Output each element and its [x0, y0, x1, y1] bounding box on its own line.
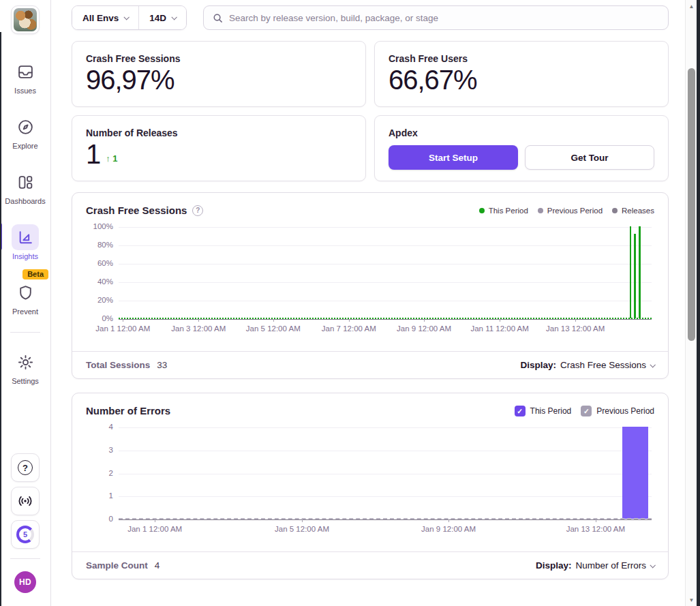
sidebar-divider	[10, 558, 40, 559]
number-of-releases-card: Number of Releases 1 ↑ 1	[72, 115, 366, 181]
search-icon	[213, 13, 223, 23]
total-sessions-label: Total Sessions	[86, 360, 150, 370]
window-right-edge	[697, 0, 700, 606]
sidebar-divider	[10, 332, 40, 333]
sidebar-nav: Issues Explore	[0, 55, 50, 400]
display-value: Number of Errors	[575, 560, 646, 571]
help-icon: ?	[18, 460, 33, 475]
onboarding-progress-button[interactable]: 5	[11, 520, 40, 549]
environment-filter-button[interactable]: All Envs	[72, 6, 138, 29]
search-input[interactable]	[229, 13, 659, 23]
window-left-edge	[0, 32, 1, 606]
scroll-up-arrow[interactable]: ▲	[686, 1, 697, 11]
dashboards-icon	[12, 169, 39, 195]
filter-group: All Envs 14D	[72, 5, 187, 30]
app-window: Issues Explore	[0, 0, 700, 606]
card-value: 96,97%	[86, 65, 352, 95]
display-value: Crash Free Sessions	[560, 360, 646, 370]
total-sessions-value: 33	[157, 360, 167, 370]
display-label: Display:	[520, 360, 556, 370]
sidebar-item-prevent[interactable]: Beta Prevent	[0, 275, 50, 320]
legend-dot	[538, 208, 543, 213]
legend-dot	[479, 208, 485, 213]
chevron-down-icon	[124, 14, 130, 20]
number-of-errors-chart: 43210 Jan 1 12:00 AMJan 5 12:00 AMJan 9 …	[86, 427, 654, 542]
sidebar-item-label: Prevent	[12, 307, 38, 316]
stat-cards-row-2: Number of Releases 1 ↑ 1 Apdex Start Set…	[72, 115, 669, 181]
date-range-label: 14D	[149, 13, 166, 23]
checkbox-checked-icon: ✓	[581, 406, 592, 416]
user-avatar: HD	[14, 571, 36, 593]
y-axis-labels: 100%80%60%40%20%0%	[86, 227, 113, 319]
checkbox-previous-period[interactable]: ✓ Previous Period	[581, 406, 654, 416]
crash-free-sessions-panel: Crash Free Sessions ? This Period Previo…	[72, 192, 669, 379]
display-label: Display:	[536, 560, 572, 571]
apdex-card: Apdex Start Setup Get Tour	[374, 115, 669, 181]
legend-label: Releases	[622, 207, 654, 215]
help-button[interactable]: ?	[11, 453, 40, 482]
card-value: 1	[86, 139, 100, 169]
sidebar-item-label: Settings	[12, 377, 39, 385]
settings-gear-icon	[12, 349, 39, 375]
search-box[interactable]	[203, 5, 669, 30]
broadcast-icon	[17, 493, 33, 509]
issues-icon	[12, 59, 39, 85]
sidebar-item-insights[interactable]: Insights	[0, 220, 50, 264]
main-content: All Envs 14D Crash Free Ses	[51, 0, 685, 606]
card-title: Apdex	[389, 127, 654, 138]
scrollbar-thumb[interactable]	[688, 68, 695, 341]
sample-count-label: Sample Count	[86, 560, 148, 571]
sidebar-item-label: Explore	[12, 142, 37, 150]
checkbox-this-period[interactable]: ✓ This Period	[515, 406, 572, 416]
sidebar-item-issues[interactable]: Issues	[0, 55, 50, 99]
sidebar-item-explore[interactable]: Explore	[0, 110, 50, 154]
crash-free-users-card: Crash Free Users 66,67%	[374, 41, 669, 107]
prevent-icon	[12, 279, 39, 305]
scroll-down-arrow[interactable]: ▼	[686, 595, 697, 605]
legend-item-previous-period[interactable]: Previous Period	[538, 207, 603, 215]
chevron-down-icon	[650, 362, 655, 367]
legend-label: This Period	[489, 207, 528, 215]
x-axis-labels: Jan 1 12:00 AMJan 5 12:00 AMJan 9 12:00 …	[119, 525, 652, 536]
sidebar-item-dashboards[interactable]: Dashboards	[0, 165, 50, 209]
whats-new-button[interactable]	[11, 487, 40, 515]
sidebar-item-label: Insights	[12, 252, 38, 260]
get-tour-button[interactable]: Get Tour	[525, 145, 654, 170]
card-value: 66,67%	[389, 65, 654, 95]
sidebar-item-label: Issues	[14, 87, 36, 95]
insights-icon	[12, 224, 39, 250]
x-axis-labels: Jan 1 12:00 AMJan 3 12:00 AMJan 5 12:00 …	[119, 324, 652, 335]
onboarding-count: 5	[19, 528, 31, 541]
progress-ring-icon: 5	[16, 526, 34, 543]
start-setup-button[interactable]: Start Setup	[389, 145, 518, 170]
topbar: All Envs 14D	[72, 5, 669, 30]
sample-count-value: 4	[155, 560, 160, 571]
chart-legend: ✓ This Period ✓ Previous Period	[515, 406, 654, 416]
sidebar-item-label: Dashboards	[5, 197, 45, 205]
chart-legend: This Period Previous Period Releases	[479, 207, 654, 215]
chevron-down-icon	[650, 562, 655, 568]
y-axis-labels: 43210	[86, 427, 113, 519]
panel-title: Number of Errors	[86, 405, 170, 416]
card-title: Crash Free Sessions	[86, 53, 352, 64]
chevron-down-icon	[172, 14, 177, 20]
legend-item-this-period[interactable]: This Period	[479, 207, 528, 215]
environment-filter-label: All Envs	[82, 13, 119, 23]
card-title: Crash Free Users	[389, 53, 654, 64]
panel-title: Crash Free Sessions	[86, 204, 187, 216]
legend-item-releases[interactable]: Releases	[612, 207, 654, 215]
checkbox-label: This Period	[530, 406, 572, 416]
help-tooltip-icon[interactable]: ?	[192, 205, 203, 216]
user-menu-button[interactable]: HD	[11, 568, 40, 596]
explore-icon	[12, 114, 39, 140]
date-range-button[interactable]: 14D	[138, 6, 186, 29]
org-avatar-button[interactable]	[11, 5, 40, 34]
legend-dot	[612, 208, 618, 213]
display-selector[interactable]: Display: Number of Errors	[536, 560, 654, 571]
crash-free-sessions-chart: 100%80%60%40%20%0% Jan 1 12:00 AMJan 3 1…	[86, 227, 654, 342]
crash-free-sessions-card: Crash Free Sessions 96,97%	[72, 41, 366, 107]
card-title: Number of Releases	[86, 127, 352, 138]
scrollbar: ▲ ▼	[685, 0, 697, 606]
display-selector[interactable]: Display: Crash Free Sessions	[520, 360, 654, 370]
sidebar-item-settings[interactable]: Settings	[0, 345, 50, 389]
